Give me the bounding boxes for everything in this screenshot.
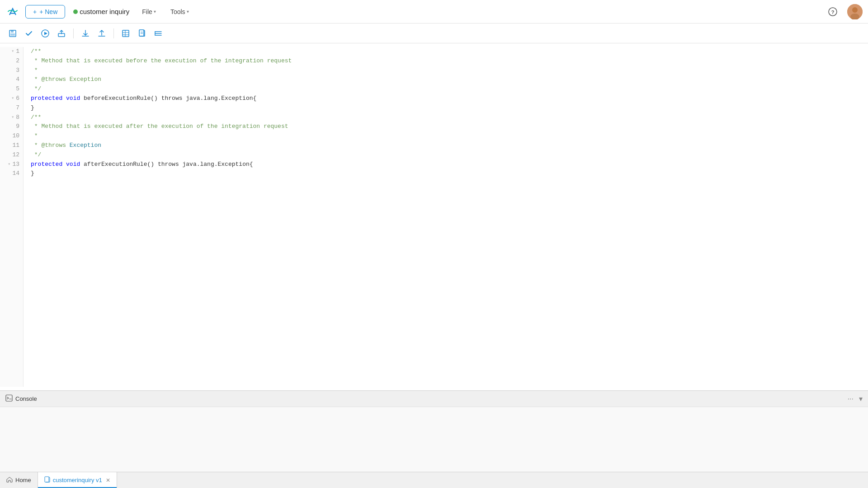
- file-tab[interactable]: customerinquiry v1 ✕: [38, 472, 117, 488]
- file-tab-close-button[interactable]: ✕: [106, 477, 110, 483]
- fold-arrow-6[interactable]: ▾: [11, 95, 14, 102]
- line-num-8: ▾8: [7, 113, 19, 122]
- token-2-1: * Method that is executed before the exe…: [31, 56, 292, 66]
- token-12-1: */: [31, 150, 41, 160]
- token-6-1: protected: [31, 94, 62, 103]
- svg-rect-5: [847, 4, 863, 19]
- token-3-1: *: [31, 66, 38, 75]
- code-line-9: * Method that is executed after the exec…: [31, 122, 861, 131]
- tab-name: customer inquiry: [80, 8, 129, 15]
- list-button[interactable]: [151, 26, 165, 41]
- svg-rect-12: [123, 30, 129, 37]
- token-13-2: [62, 160, 66, 169]
- code-line-3: *: [31, 66, 861, 75]
- line-num-1: ▾1: [7, 47, 19, 56]
- plus-icon: +: [33, 8, 37, 15]
- svg-marker-10: [44, 32, 47, 35]
- console-collapse-button[interactable]: ▾: [859, 394, 863, 403]
- console-more-button[interactable]: ···: [848, 395, 854, 403]
- console-title: Console: [15, 395, 37, 402]
- token-5-1: */: [31, 84, 41, 94]
- token-6-5: throws: [161, 94, 183, 103]
- bottom-bar: Home customerinquiry v1 ✕: [0, 472, 868, 488]
- fold-arrow-8[interactable]: ▾: [11, 114, 14, 121]
- code-line-11: * @throws Exception: [31, 141, 861, 150]
- editor-container[interactable]: ▾1 2 3 4 5 ▾6 7 ▾8 9 10 11 12 ▾13 14 /**: [0, 43, 868, 390]
- code-line-7: }: [31, 103, 861, 113]
- fold-arrow-1[interactable]: ▾: [11, 48, 14, 55]
- toolbar: [0, 23, 868, 43]
- export-button[interactable]: [54, 26, 69, 41]
- code-line-4: * @throws Exception: [31, 75, 861, 84]
- token-10-1: *: [31, 131, 38, 141]
- line-num-4: 4: [7, 75, 19, 84]
- tools-chevron-icon: ▾: [187, 9, 189, 14]
- file-menu[interactable]: File ▾: [137, 5, 160, 18]
- table-button[interactable]: [118, 26, 133, 41]
- top-nav: + + New customer inquiry File ▾ Tools ▾ …: [0, 0, 868, 23]
- new-label: + New: [39, 8, 57, 15]
- code-line-5: */: [31, 84, 861, 94]
- svg-text:?: ?: [831, 9, 835, 14]
- token-11-1: * @throws: [31, 141, 66, 150]
- token-14-1: }: [31, 169, 34, 178]
- svg-rect-16: [139, 30, 144, 36]
- line-num-9: 9: [7, 122, 19, 131]
- tools-menu[interactable]: Tools ▾: [166, 5, 193, 18]
- fold-arrow-13[interactable]: ▾: [8, 161, 10, 168]
- toolbar-separator-2: [113, 28, 114, 38]
- line-num-2: 2: [7, 56, 19, 66]
- toolbar-separator-1: [73, 28, 74, 38]
- page-button[interactable]: [135, 26, 149, 41]
- svg-rect-23: [6, 395, 12, 401]
- code-line-1: /**: [31, 47, 861, 56]
- token-13-6: java.lang.Exception{: [179, 160, 253, 169]
- token-13-5: throws: [158, 160, 179, 169]
- code-line-12: */: [31, 150, 861, 160]
- new-button[interactable]: + + New: [25, 5, 65, 19]
- line-num-7: 7: [7, 103, 19, 113]
- token-6-4: beforeExecutionRule(): [80, 94, 161, 103]
- current-file-tab[interactable]: customer inquiry: [71, 8, 132, 15]
- code-line-14: }: [31, 169, 861, 178]
- console-icon: [5, 394, 13, 403]
- line-num-6: ▾6: [7, 94, 19, 103]
- line-num-13: ▾13: [7, 160, 19, 169]
- upload-button[interactable]: [94, 26, 109, 41]
- line-num-5: 5: [7, 84, 19, 94]
- nav-right-icons: ?: [826, 4, 863, 19]
- line-num-3: 3: [7, 66, 19, 75]
- token-8-1: /**: [31, 113, 41, 122]
- tools-menu-label: Tools: [170, 8, 185, 15]
- token-4-1: * @throws Exception: [31, 75, 101, 84]
- app-logo[interactable]: [5, 5, 20, 19]
- run-button[interactable]: [38, 26, 52, 41]
- file-tab-label: customerinquiry v1: [53, 477, 102, 483]
- user-avatar[interactable]: [847, 4, 863, 19]
- help-button[interactable]: ?: [826, 5, 840, 19]
- code-content[interactable]: /** * Method that is executed before the…: [24, 47, 868, 387]
- home-tab[interactable]: Home: [0, 472, 38, 488]
- line-numbers: ▾1 2 3 4 5 ▾6 7 ▾8 9 10 11 12 ▾13 14: [0, 47, 24, 387]
- console-body[interactable]: [0, 407, 868, 472]
- svg-rect-8: [10, 33, 15, 36]
- home-icon: [6, 476, 13, 484]
- code-editor: ▾1 2 3 4 5 ▾6 7 ▾8 9 10 11 12 ▾13 14 /**: [0, 43, 868, 390]
- validate-button[interactable]: [22, 26, 36, 41]
- line-num-12: 12: [7, 150, 19, 160]
- save-button[interactable]: [5, 26, 20, 41]
- line-num-14: 14: [7, 169, 19, 178]
- status-indicator: [73, 9, 78, 14]
- token-9-1: * Method that is executed after the exec…: [31, 122, 288, 131]
- line-num-10: 10: [7, 131, 19, 141]
- token-13-4: afterExecutionRule(): [80, 160, 158, 169]
- token-6-3: void: [66, 94, 80, 103]
- download-button[interactable]: [78, 26, 93, 41]
- main-area: ▾1 2 3 4 5 ▾6 7 ▾8 9 10 11 12 ▾13 14 /**: [0, 43, 868, 472]
- svg-rect-7: [11, 30, 14, 33]
- code-line-10: *: [31, 131, 861, 141]
- token-6-6: java.lang.Exception{: [183, 94, 257, 103]
- code-line-6: protected void beforeExecutionRule() thr…: [31, 94, 861, 103]
- token-13-1: protected: [31, 160, 62, 169]
- home-tab-label: Home: [15, 477, 31, 483]
